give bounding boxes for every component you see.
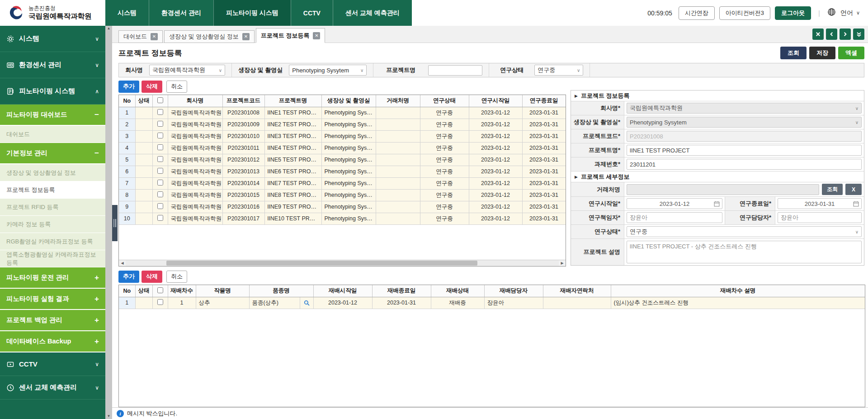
sidebar-item-project-register[interactable]: 프로젝트 정보등록 bbox=[0, 181, 105, 199]
table-row[interactable]: 8 국립원예특작과학원P202301015 lINE8 TEST PROJECT… bbox=[119, 189, 566, 201]
calendar-icon[interactable] bbox=[714, 201, 720, 207]
row-checkbox[interactable] bbox=[157, 191, 163, 197]
sidebar-item-env-sensor[interactable]: 환경센서 관리 ∨ bbox=[0, 52, 105, 78]
save-button[interactable]: 저장 bbox=[809, 47, 835, 59]
extend-time-button[interactable]: 시간연장 bbox=[679, 6, 715, 20]
table-row[interactable]: 10 국립원예특작과학원P202301017 lINE10 TEST PROJE… bbox=[119, 213, 566, 224]
table-row[interactable]: 7 국립원예특작과학원P202301014 lINE7 TEST PROJECT… bbox=[119, 177, 566, 189]
sidebar-item-rgb-camera-coord[interactable]: RGB촬영실 카메라좌표정보 등록 bbox=[0, 233, 105, 250]
tab-list-button[interactable] bbox=[853, 29, 864, 40]
close-icon[interactable]: ✕ bbox=[242, 33, 250, 40]
tab-dashboard[interactable]: 대쉬보드 ✕ bbox=[118, 30, 163, 43]
sidebar-item-phenotyping[interactable]: 피노타이핑 시스템 ∧ bbox=[0, 78, 105, 105]
add-row-button[interactable]: 추가 bbox=[118, 81, 139, 93]
row-checkbox[interactable] bbox=[157, 215, 163, 221]
company-filter-select[interactable]: 국립원예특작과학원 ∨ bbox=[149, 65, 225, 76]
task-number-field[interactable] bbox=[627, 159, 862, 170]
sidebar-group-database-backup[interactable]: 데이타베이스 Backup + bbox=[0, 331, 105, 352]
nav-sensor-predict[interactable]: 센서 교체 예측관리 bbox=[333, 0, 412, 26]
table-row[interactable]: 1 국립원예특작과학원P202301008 lINE1 TEST PROJECT… bbox=[119, 107, 566, 119]
row-checkbox[interactable] bbox=[157, 168, 163, 174]
tab-project-register[interactable]: 프로젝트 정보등록 ✕ bbox=[256, 28, 326, 43]
sidebar-item-chlorophyll-camera-coord[interactable]: 엽록소형광촬영실 카메라좌표정보 등록 bbox=[0, 250, 105, 267]
row-checkbox[interactable] bbox=[157, 203, 163, 209]
sidebar-group-basic-info[interactable]: 기본정보 관리 − bbox=[0, 143, 105, 164]
nav-cctv[interactable]: CCTV bbox=[291, 0, 333, 26]
grid-horizontal-scrollbar[interactable]: ◀ ▶ bbox=[119, 260, 566, 266]
close-icon[interactable]: ✕ bbox=[151, 33, 158, 40]
cancel-cultivation-button[interactable]: 취소 bbox=[166, 271, 187, 283]
sidebar-item-system[interactable]: 시스템 ∨ bbox=[0, 26, 105, 52]
cancel-button[interactable]: 취소 bbox=[166, 81, 187, 93]
client-search-button[interactable]: 조회 bbox=[822, 184, 843, 195]
end-date-field[interactable]: 2023-01-31 bbox=[778, 198, 862, 209]
state-select[interactable]: 연구중 ∨ bbox=[627, 226, 862, 237]
language-menu[interactable]: 언어 ∨ bbox=[840, 9, 860, 17]
logout-button[interactable]: 로그아웃 bbox=[775, 6, 811, 20]
table-row[interactable]: 4 국립원예특작과학원P202301011 lINE4 TEST PROJECT… bbox=[119, 142, 566, 154]
scrollbar-thumb[interactable] bbox=[166, 261, 477, 266]
room-value: Phenotyping Sysytem bbox=[630, 119, 687, 126]
org-name: 국립원예특작과학원 bbox=[28, 12, 92, 21]
sidebar-item-dashboard[interactable]: 대쉬보드 bbox=[0, 126, 105, 143]
row-checkbox[interactable] bbox=[157, 133, 163, 138]
project-name-field[interactable] bbox=[627, 145, 862, 156]
table-row[interactable]: 9 국립원예특작과학원P202301016 lINE9 TEST PROJECT… bbox=[119, 201, 566, 213]
calendar-icon[interactable] bbox=[853, 201, 859, 207]
project-name-input[interactable] bbox=[428, 65, 482, 76]
scroll-up-icon[interactable]: ▲ bbox=[107, 27, 111, 30]
table-row[interactable]: 3 국립원예특작과학원P202301010 lINE3 TEST PROJECT… bbox=[119, 130, 566, 142]
select-all-checkbox[interactable] bbox=[157, 97, 163, 103]
scroll-left-icon[interactable]: ◀ bbox=[119, 260, 126, 266]
nav-env-sensor[interactable]: 환경센서 관리 bbox=[149, 0, 213, 26]
sidebar-item-sensor-predict[interactable]: 센서 교체 예측관리 ∨ bbox=[0, 376, 105, 400]
sidebar-item-growth-room-info[interactable]: 생장상 및 영상촬영실 정보 bbox=[0, 164, 105, 181]
state-filter-select[interactable]: 연구중 ∨ bbox=[534, 65, 583, 76]
leader-field[interactable] bbox=[627, 212, 722, 223]
room-filter-select[interactable]: Phenotyping Sysytem ∨ bbox=[289, 65, 367, 76]
description-field[interactable]: lINE1 TEST PROJECT - 상추 건조스트레스 진행 bbox=[627, 241, 862, 263]
room-select[interactable]: Phenotyping Sysytem ∨ bbox=[627, 117, 862, 128]
sidebar-item-camera-info[interactable]: 카메라 정보 등록 bbox=[0, 216, 105, 233]
sidebar-group-operation[interactable]: 피노타이핑 운전 관리 + bbox=[0, 267, 105, 289]
table-row[interactable]: 2 국립원예특작과학원P202301009 lINE2 TEST PROJECT… bbox=[119, 119, 566, 130]
row-checkbox[interactable] bbox=[157, 144, 163, 150]
sidebar-group-experiment-result[interactable]: 피노타이핑 실험 결과 + bbox=[0, 289, 105, 310]
search-button[interactable]: 조회 bbox=[780, 47, 807, 59]
company-select[interactable]: 국립원예특작과학원 ∨ bbox=[627, 103, 862, 114]
next-tab-button[interactable] bbox=[840, 29, 851, 40]
table-row[interactable]: 6 국립원예특작과학원P202301013 lINE6 TEST PROJECT… bbox=[119, 166, 566, 177]
scroll-down-icon[interactable]: ▼ bbox=[107, 414, 111, 418]
row-checkbox[interactable] bbox=[157, 299, 163, 305]
add-cultivation-button[interactable]: 추가 bbox=[118, 271, 139, 283]
page-vertical-scrollbar[interactable]: ▲ ▼ bbox=[105, 26, 112, 419]
row-checkbox[interactable] bbox=[157, 121, 163, 127]
sidebar-item-cctv[interactable]: CCTV ∨ bbox=[0, 352, 105, 376]
manager-field[interactable] bbox=[778, 212, 862, 223]
row-checkbox[interactable] bbox=[157, 180, 163, 186]
nav-system[interactable]: 시스템 bbox=[105, 0, 149, 26]
row-checkbox[interactable] bbox=[157, 109, 163, 115]
table-row[interactable]: 1 1 상추 품종(상추) 202 bbox=[119, 297, 865, 309]
pane-splitter-handle[interactable] bbox=[112, 205, 118, 241]
row-checkbox[interactable] bbox=[157, 156, 163, 162]
close-icon[interactable]: ✕ bbox=[313, 32, 320, 39]
tab-growth-room-info[interactable]: 생장상 및 영상촬영실 정보 ✕ bbox=[164, 30, 255, 43]
excel-button[interactable]: 엑셀 bbox=[838, 47, 864, 59]
prev-tab-button[interactable] bbox=[826, 29, 837, 40]
delete-row-button[interactable]: 삭제 bbox=[142, 81, 162, 93]
close-all-tabs-button[interactable] bbox=[812, 29, 824, 40]
client-clear-button[interactable]: X bbox=[845, 184, 862, 195]
delete-cultivation-button[interactable]: 삭제 bbox=[142, 271, 162, 283]
scroll-right-icon[interactable]: ▶ bbox=[559, 260, 566, 266]
sidebar-group-project-backup[interactable]: 프로젝트 백업 관리 + bbox=[0, 310, 105, 331]
nav-phenotyping[interactable]: 피노타이핑 시스템 bbox=[213, 0, 291, 26]
variety-search-icon[interactable] bbox=[303, 300, 311, 306]
account-button[interactable]: 아이티컨버전3 bbox=[719, 6, 770, 20]
task-number-label: 과제번호* bbox=[571, 157, 624, 171]
table-row[interactable]: 5 국립원예특작과학원P202301012 lINE5 TEST PROJECT… bbox=[119, 154, 566, 166]
start-date-field[interactable]: 2023-01-12 bbox=[627, 198, 722, 209]
select-all-checkbox[interactable] bbox=[157, 287, 163, 293]
sidebar-group-dashboard[interactable]: 피노타이핑 대쉬보드 − bbox=[0, 105, 105, 126]
sidebar-item-project-rfid[interactable]: 프로젝트 RFID 등록 bbox=[0, 199, 105, 216]
